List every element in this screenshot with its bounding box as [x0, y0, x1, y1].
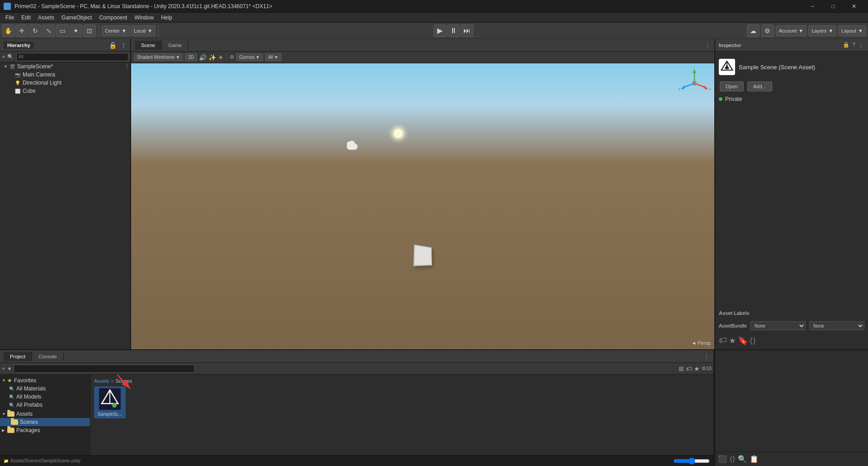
project-assets-grid: SampleSc... — [94, 386, 710, 418]
inspector-menu-icon[interactable]: ⋮ — [858, 42, 864, 49]
shading-dropdown[interactable]: Shaded Wireframe ▼ — [134, 53, 183, 61]
rotate-tool[interactable]: ↻ — [29, 24, 42, 37]
scene-options-button[interactable]: ⋮ — [124, 63, 130, 70]
lower-area: Project Console ⋮ + ▼ ⊞ 🏷 ★ ⚙10 — [0, 349, 868, 466]
rect-tool[interactable]: ▭ — [56, 24, 69, 37]
local-dropdown[interactable]: Local ▼ — [131, 25, 156, 36]
scene-root-item[interactable]: ▼ 🎬 SampleScene* ⋮ — [0, 62, 130, 71]
scene-lighting-toggle[interactable]: ☀ — [218, 54, 224, 61]
bottom-icon-2[interactable]: ⟨⟩ — [730, 455, 735, 463]
scenes-folder-item[interactable]: Scenes — [0, 418, 90, 426]
menu-help[interactable]: Help — [157, 14, 176, 22]
breadcrumb-scenes: Scenes — [115, 378, 132, 384]
scene-asset-item[interactable]: SampleSc... — [94, 386, 126, 418]
scene-settings-btn[interactable]: ⚙ — [230, 54, 234, 60]
hand-tool[interactable]: ✋ — [2, 24, 14, 37]
separator-1 — [99, 25, 99, 36]
add-button[interactable]: Add... — [747, 81, 772, 91]
star-icon[interactable]: ★ — [729, 336, 736, 346]
project-add-button[interactable]: + — [2, 365, 5, 372]
bottom-icon-1[interactable]: ⬛ — [718, 455, 727, 463]
menu-edit[interactable]: Edit — [18, 14, 34, 22]
gizmo-widget[interactable]: Y X Z — [678, 67, 711, 100]
2d-button[interactable]: 2D — [185, 53, 197, 61]
pause-button[interactable]: ⏸ — [447, 24, 460, 37]
directional-light-item[interactable]: 💡 Directional Light — [0, 79, 130, 87]
bottom-icon-4[interactable]: 📋 — [750, 455, 759, 463]
layout-dropdown[interactable]: Layout ▼ — [838, 25, 866, 36]
project-favorite-button[interactable]: ★ — [694, 365, 700, 372]
menu-assets[interactable]: Assets — [34, 14, 58, 22]
asset-bundle-select[interactable]: None — [750, 321, 806, 330]
all-materials-item[interactable]: 🔍 All Materials — [0, 385, 90, 393]
project-zoom-slider[interactable] — [674, 458, 710, 464]
hierarchy-menu-icon[interactable]: ⋮ — [120, 42, 127, 49]
packages-root[interactable]: ▶ Packages — [0, 426, 90, 434]
hierarchy-lock-icon[interactable]: 🔒 — [109, 42, 117, 49]
scene-menu-icon[interactable]: ⋮ — [704, 42, 711, 49]
project-sidebar: ▼ ★ Favorites 🔍 All Materials 🔍 All Mode… — [0, 375, 90, 455]
assets-root[interactable]: ▼ Assets — [0, 410, 90, 418]
project-search-input[interactable] — [14, 365, 194, 373]
move-tool[interactable]: ✛ — [15, 24, 28, 37]
gizmos-dropdown[interactable]: Gizmos ▼ — [236, 53, 263, 61]
open-button[interactable]: Open — [720, 81, 744, 91]
bottom-icon-3[interactable]: 🔍 — [738, 455, 747, 463]
all-models-item[interactable]: 🔍 All Models — [0, 393, 90, 401]
minimize-button[interactable]: − — [802, 0, 823, 13]
all-layers-dropdown[interactable]: All ▼ — [265, 53, 282, 61]
inspector-lock-icon[interactable]: 🔒 — [843, 42, 849, 49]
audio-toggle[interactable]: 🔊 — [199, 54, 207, 61]
cube-item[interactable]: ⬜ Cube — [0, 87, 130, 95]
code-icon[interactable]: ⟨⟩ — [750, 336, 756, 346]
maximize-button[interactable]: □ — [823, 0, 844, 13]
play-button[interactable]: ▶ — [434, 24, 446, 37]
breadcrumb-assets[interactable]: Assets — [94, 378, 109, 384]
scene-cloud — [347, 143, 358, 150]
tag2-icon[interactable]: 🔖 — [738, 336, 748, 346]
menu-file[interactable]: File — [2, 14, 18, 22]
step-button[interactable]: ⏭ — [461, 24, 473, 37]
scene-sun — [394, 129, 403, 138]
all-prefabs-item[interactable]: 🔍 All Prefabs — [0, 401, 90, 409]
menu-window[interactable]: Window — [131, 14, 157, 22]
footer-folder-icon: 📁 — [4, 459, 9, 463]
cloud-button[interactable]: ⚙ — [761, 24, 774, 37]
inspector-help-icon[interactable]: ? — [852, 42, 855, 49]
project-filter-button[interactable]: 🏷 — [686, 365, 692, 372]
fx-toggle[interactable]: ✨ — [208, 54, 216, 61]
project-footer: 📁 Assets/Scenes/SampleScene.unity — [0, 455, 713, 466]
directional-light-label: Directional Light — [23, 80, 61, 86]
scene-tab[interactable]: Scene — [135, 41, 162, 50]
hierarchy-search[interactable] — [16, 53, 128, 61]
console-tab[interactable]: Console — [32, 352, 63, 361]
hierarchy-tree: ▼ 🎬 SampleScene* ⋮ 📷 Main Camera 💡 Direc… — [0, 62, 130, 95]
project-extra-button[interactable]: ▼ — [7, 366, 12, 371]
game-tab[interactable]: Game — [162, 41, 189, 50]
menu-component[interactable]: Component — [95, 14, 131, 22]
persp-label: ◄ Persp — [691, 340, 711, 346]
toolbar: ✋ ✛ ↻ ⤡ ▭ ✦ ⊡ Center ▼ Local ▼ ▶ ⏸ ⏭ ☁ ⚙… — [0, 23, 868, 39]
scene-viewport[interactable]: Y X Z ◄ Persp — [131, 63, 714, 349]
extra-tool[interactable]: ⊡ — [83, 24, 96, 37]
hierarchy-tab[interactable]: Hierarchy — [4, 42, 34, 49]
project-tab[interactable]: Project — [4, 352, 32, 361]
project-view-button[interactable]: ⊞ — [679, 365, 684, 372]
center-dropdown[interactable]: Center ▼ — [102, 25, 130, 36]
layers-dropdown[interactable]: Layers ▼ — [808, 25, 836, 36]
tag-icon[interactable]: 🏷 — [719, 336, 727, 346]
close-button[interactable]: ✕ — [844, 0, 864, 13]
account-dropdown[interactable]: Account ▼ — [776, 25, 807, 36]
favorites-root[interactable]: ▼ ★ Favorites — [0, 376, 90, 385]
scale-tool[interactable]: ⤡ — [42, 24, 55, 37]
transform-tool[interactable]: ✦ — [70, 24, 82, 37]
project-breadcrumb: Assets > Scenes — [94, 378, 710, 386]
asset-bundle-variant-select[interactable]: None — [809, 321, 864, 330]
project-menu-icon[interactable]: ⋮ — [703, 353, 710, 360]
collab-button[interactable]: ☁ — [747, 24, 760, 37]
hierarchy-add-button[interactable]: + — [2, 53, 5, 60]
scene-toolbar: Shaded Wireframe ▼ 2D 🔊 ✨ ☀ ⚙ Gizmos ▼ A… — [131, 52, 714, 63]
menu-gameobject[interactable]: GameObject — [58, 14, 95, 22]
main-camera-item[interactable]: 📷 Main Camera — [0, 71, 130, 79]
scenes-folder-icon — [11, 419, 18, 425]
